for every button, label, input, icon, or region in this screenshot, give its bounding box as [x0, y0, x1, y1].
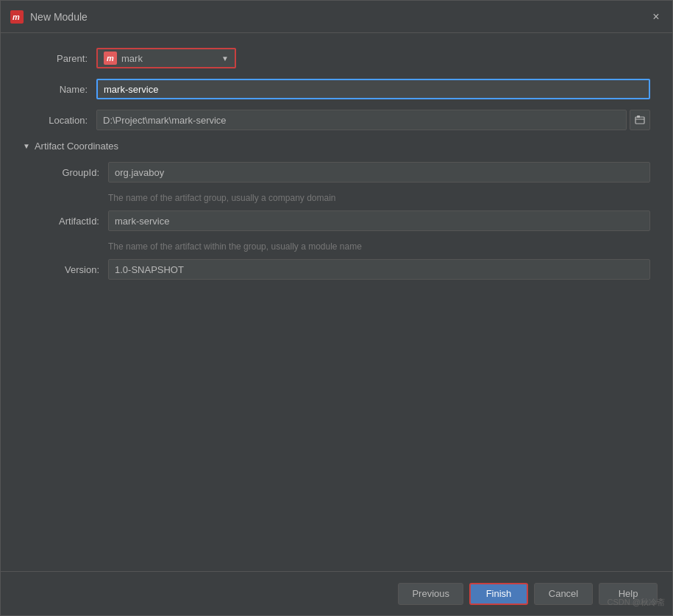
parent-field: m mark ▼	[96, 48, 650, 68]
version-row: Version:	[35, 259, 650, 280]
artifact-section-title: Artifact Coordinates	[35, 141, 118, 152]
version-field	[108, 259, 650, 280]
version-input[interactable]	[108, 259, 650, 280]
parent-dropdown[interactable]: m mark ▼	[96, 48, 236, 68]
location-row: Location:	[23, 110, 650, 130]
close-button[interactable]: ×	[649, 10, 663, 24]
watermark: CSDN @秋冷斋	[608, 597, 665, 608]
artifactid-input[interactable]	[108, 210, 650, 231]
groupid-row: GroupId:	[35, 162, 650, 183]
artifactid-field	[108, 210, 650, 231]
groupid-field	[108, 162, 650, 183]
new-module-dialog: m New Module × Parent: m mark ▼ Na	[0, 0, 673, 616]
chevron-down-icon: ▼	[221, 54, 229, 63]
name-label: Name:	[23, 84, 96, 95]
artifactid-label: ArtifactId:	[35, 216, 108, 227]
name-input[interactable]	[96, 79, 650, 99]
app-icon: m	[10, 10, 24, 24]
browse-button[interactable]	[630, 110, 650, 130]
cancel-button[interactable]: Cancel	[534, 583, 593, 605]
svg-text:m: m	[13, 13, 20, 21]
artifactid-hint: The name of the artifact within the grou…	[35, 241, 650, 252]
collapse-icon[interactable]: ▼	[23, 142, 30, 150]
title-bar: m New Module ×	[1, 1, 672, 33]
location-label: Location:	[23, 115, 96, 126]
dialog-title: New Module	[30, 11, 88, 23]
version-label: Version:	[35, 264, 108, 275]
artifactid-row: ArtifactId:	[35, 210, 650, 231]
groupid-label: GroupId:	[35, 167, 108, 178]
location-field	[96, 110, 650, 130]
artifact-content: GroupId: The name of the artifact group,…	[23, 162, 650, 280]
parent-module-icon: m	[104, 52, 117, 65]
previous-button[interactable]: Previous	[398, 583, 463, 605]
groupid-hint: The name of the artifact group, usually …	[35, 193, 650, 203]
parent-label: Parent:	[23, 53, 96, 64]
svg-rect-2	[635, 117, 644, 124]
name-field	[96, 79, 650, 99]
groupid-input[interactable]	[108, 162, 650, 183]
finish-button[interactable]: Finish	[469, 583, 528, 605]
title-bar-left: m New Module	[10, 10, 88, 24]
dialog-content: Parent: m mark ▼ Name: Location:	[1, 33, 672, 571]
location-input[interactable]	[96, 110, 627, 130]
svg-rect-3	[637, 116, 640, 118]
dialog-footer: Previous Finish Cancel Help	[1, 571, 672, 615]
parent-dropdown-text: mark	[121, 53, 218, 64]
parent-row: Parent: m mark ▼	[23, 48, 650, 68]
artifact-section-header: ▼ Artifact Coordinates	[23, 141, 650, 152]
name-row: Name:	[23, 79, 650, 99]
